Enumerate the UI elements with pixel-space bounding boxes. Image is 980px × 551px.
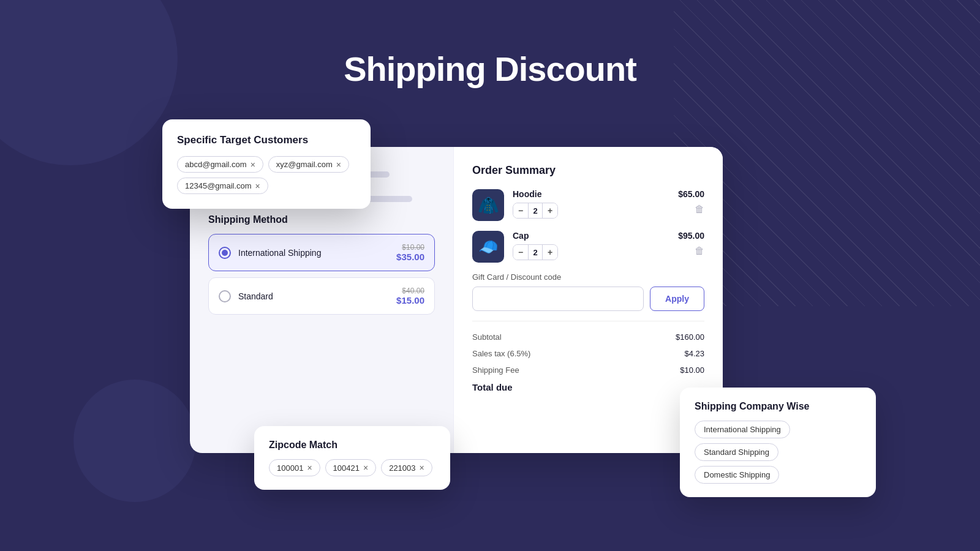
company-tag-value: Domestic Shipping [704, 470, 770, 479]
email-tag-value: xyz@gmail.com [276, 160, 333, 169]
cap-name: Cap [513, 231, 669, 241]
subtotal-value: $160.00 [676, 332, 704, 342]
remove-zipcode-1-icon[interactable]: × [363, 463, 368, 473]
hoodie-icon: 🧥 [478, 195, 499, 216]
target-customers-card: Specific Target Customers abcd@gmail.com… [162, 119, 371, 209]
company-tags-container: International Shipping Standard Shipping… [695, 421, 861, 484]
email-tag[interactable]: abcd@gmail.com × [177, 156, 263, 173]
order-totals: Subtotal $160.00 Sales tax (6.5%) $4.23 … [472, 321, 704, 396]
shipping-option-international[interactable]: International Shipping $10.00 $35.00 [208, 234, 435, 271]
original-price-standard: $40.00 [396, 287, 424, 295]
discount-label: Gift Card / Discount code [472, 272, 704, 282]
hoodie-details: Hoodie − 2 + [513, 189, 669, 219]
total-due-label: Total due [472, 382, 513, 392]
shipping-option-standard[interactable]: Standard $40.00 $15.00 [208, 277, 435, 315]
hoodie-price: $65.00 [678, 189, 704, 199]
cap-qty-value: 2 [528, 245, 543, 260]
zipcode-tag-value: 100421 [333, 463, 360, 473]
email-tag-value: 12345@gmail.com [185, 181, 252, 190]
order-item-cap: 🧢 Cap − 2 + $95.00 🗑 [472, 231, 704, 263]
original-price-international: $10.00 [396, 243, 424, 252]
radio-standard[interactable] [219, 290, 231, 302]
shipping-price-standard: $40.00 $15.00 [396, 287, 424, 305]
shipping-company-card: Shipping Company Wise International Ship… [680, 388, 876, 497]
cap-icon: 🧢 [478, 238, 498, 257]
shipping-name-standard: Standard [238, 291, 389, 301]
company-tag-domestic[interactable]: Domestic Shipping [695, 466, 779, 484]
zipcode-tag[interactable]: 100421 × [325, 459, 377, 476]
zipcode-tag-value: 100001 [277, 463, 303, 473]
zipcode-tags-container: 100001 × 100421 × 221003 × [269, 459, 435, 476]
discount-section: Gift Card / Discount code Apply [472, 272, 704, 311]
total-due-row: Total due [472, 378, 704, 396]
shipping-method-title: Shipping Method [208, 214, 435, 225]
zipcode-card-title: Zipcode Match [269, 440, 435, 451]
remove-email-0-icon[interactable]: × [251, 160, 255, 169]
company-tag-international[interactable]: International Shipping [695, 421, 790, 438]
cap-image: 🧢 [472, 231, 504, 263]
shipping-method-section: Shipping Method International Shipping $… [208, 214, 435, 315]
tax-value: $4.23 [684, 349, 704, 358]
discount-input[interactable] [472, 287, 644, 311]
page-title: Shipping Discount [0, 49, 980, 89]
discounted-price-standard: $15.00 [396, 295, 424, 305]
shipping-company-title: Shipping Company Wise [695, 401, 861, 412]
zipcode-tag[interactable]: 100001 × [269, 459, 320, 476]
zipcode-tag-value: 221003 [389, 463, 415, 473]
hoodie-delete-icon[interactable]: 🗑 [695, 204, 704, 215]
subtotal-label: Subtotal [472, 332, 502, 342]
hoodie-qty-value: 2 [528, 203, 543, 218]
tax-label: Sales tax (6.5%) [472, 349, 530, 358]
remove-email-2-icon[interactable]: × [255, 182, 260, 190]
shipping-name-international: International Shipping [238, 248, 389, 258]
cap-price-block: $95.00 🗑 [678, 231, 704, 257]
target-customers-title: Specific Target Customers [177, 134, 356, 146]
cap-qty-decrease[interactable]: − [513, 245, 528, 260]
apply-button[interactable]: Apply [650, 287, 704, 311]
hoodie-name: Hoodie [513, 189, 669, 199]
shipping-fee-label: Shipping Fee [472, 365, 519, 375]
email-tags-container: abcd@gmail.com × xyz@gmail.com × 12345@g… [177, 156, 356, 194]
hoodie-qty-control[interactable]: − 2 + [513, 203, 558, 219]
cap-qty-increase[interactable]: + [543, 245, 557, 260]
hoodie-qty-decrease[interactable]: − [513, 203, 528, 218]
zipcode-card: Zipcode Match 100001 × 100421 × 221003 × [254, 426, 450, 490]
shipping-fee-value: $10.00 [680, 365, 704, 375]
order-item-hoodie: 🧥 Hoodie − 2 + $65.00 🗑 [472, 189, 704, 221]
hoodie-price-block: $65.00 🗑 [678, 189, 704, 215]
hoodie-qty-increase[interactable]: + [543, 203, 557, 218]
remove-email-1-icon[interactable]: × [336, 160, 341, 169]
subtotal-row: Subtotal $160.00 [472, 329, 704, 345]
radio-international[interactable] [219, 247, 231, 259]
email-tag-value: abcd@gmail.com [185, 160, 247, 169]
discount-row: Apply [472, 287, 704, 311]
remove-zipcode-2-icon[interactable]: × [420, 463, 424, 473]
cap-qty-control[interactable]: − 2 + [513, 244, 558, 260]
shipping-fee-row: Shipping Fee $10.00 [472, 362, 704, 378]
bg-decoration-2 [74, 380, 196, 502]
discounted-price-international: $35.00 [396, 252, 424, 262]
cap-delete-icon[interactable]: 🗑 [695, 246, 704, 257]
email-tag[interactable]: 12345@gmail.com × [177, 178, 268, 194]
shipping-price-international: $10.00 $35.00 [396, 243, 424, 262]
tax-row: Sales tax (6.5%) $4.23 [472, 345, 704, 362]
cap-details: Cap − 2 + [513, 231, 669, 260]
company-tag-value: Standard Shipping [704, 448, 769, 457]
email-tag[interactable]: xyz@gmail.com × [268, 156, 349, 173]
cap-price: $95.00 [678, 231, 704, 241]
remove-zipcode-0-icon[interactable]: × [307, 463, 312, 473]
company-tag-value: International Shipping [704, 425, 781, 434]
order-summary-title: Order Summary [472, 164, 704, 177]
company-tag-standard[interactable]: Standard Shipping [695, 443, 778, 461]
zipcode-tag[interactable]: 221003 × [381, 459, 432, 476]
hoodie-image: 🧥 [472, 189, 504, 221]
